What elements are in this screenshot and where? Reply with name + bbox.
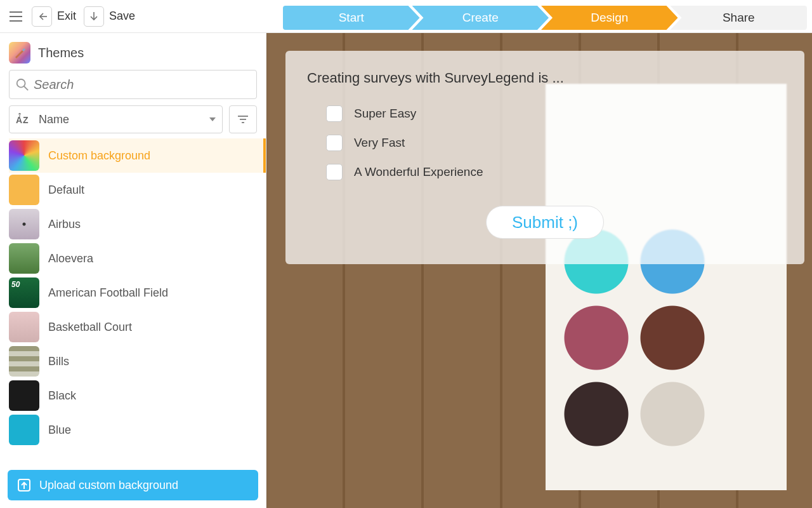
theme-item[interactable]: Basketball Court [9, 310, 257, 344]
step-share[interactable]: Share [671, 6, 808, 30]
step-create[interactable]: Create [412, 6, 549, 30]
upload-label: Upload custom background [39, 479, 178, 492]
theme-thumbnail [9, 380, 39, 411]
svg-text:Z: Z [23, 115, 29, 125]
option-label: Super Easy [354, 107, 416, 121]
survey-option[interactable]: Super Easy [307, 99, 783, 128]
exit-icon [32, 6, 52, 27]
step-design[interactable]: Design [541, 6, 678, 30]
filter-button[interactable] [229, 105, 257, 133]
svg-line-6 [24, 86, 28, 90]
chevron-down-icon [209, 117, 216, 121]
survey-option[interactable]: A Wonderful Experience [307, 157, 783, 187]
theme-item[interactable]: Blue [9, 413, 257, 447]
exit-button[interactable]: Exit [32, 6, 76, 27]
theme-thumbnail [9, 140, 39, 171]
checkbox[interactable] [326, 105, 343, 122]
theme-label: American Football Field [48, 286, 168, 300]
checkbox[interactable] [326, 135, 343, 151]
theme-label: Basketball Court [48, 321, 132, 334]
theme-thumbnail [9, 415, 39, 445]
theme-item[interactable]: American Football Field [9, 276, 257, 310]
submit-button[interactable]: Submit ;) [486, 206, 604, 239]
theme-thumbnail [9, 346, 39, 377]
theme-item[interactable]: Default [9, 173, 257, 207]
menu-button[interactable] [8, 8, 24, 25]
theme-item[interactable]: Black [9, 378, 257, 413]
save-button[interactable]: Save [84, 6, 135, 27]
search-icon [15, 76, 30, 93]
exit-label: Exit [57, 10, 76, 23]
theme-thumbnail [9, 209, 39, 239]
step-start[interactable]: Start [283, 6, 420, 30]
theme-label: Black [48, 389, 76, 403]
theme-label: Bills [48, 355, 69, 368]
upload-background-button[interactable]: Upload custom background [8, 470, 258, 500]
theme-item[interactable]: Airbus [9, 207, 257, 241]
theme-thumbnail [9, 312, 39, 342]
theme-label: Airbus [48, 218, 81, 231]
survey-option[interactable]: Very Fast [307, 128, 783, 157]
theme-label: Default [48, 184, 84, 197]
filter-icon [237, 114, 249, 124]
theme-item[interactable]: Bills [9, 344, 257, 378]
preview-canvas: Creating surveys with SurveyLegend is ..… [266, 33, 812, 508]
theme-item[interactable]: Custom background [9, 138, 266, 173]
theme-thumbnail [9, 277, 39, 308]
svg-point-5 [17, 79, 25, 88]
sort-select[interactable]: AZ Name [9, 105, 223, 133]
themes-title: Themes [38, 46, 84, 60]
survey-question: Creating surveys with SurveyLegend is ..… [307, 70, 783, 86]
upload-icon [16, 478, 32, 493]
progress-steps: StartCreateDesignShare [266, 0, 812, 32]
option-label: A Wonderful Experience [354, 165, 483, 179]
theme-label: Aloevera [48, 252, 93, 265]
theme-thumbnail [9, 243, 39, 274]
search-input[interactable] [34, 77, 251, 92]
save-label: Save [109, 10, 135, 23]
themes-icon [9, 42, 30, 64]
az-icon: AZ [16, 113, 32, 126]
svg-text:A: A [16, 115, 22, 125]
theme-label: Custom background [48, 149, 150, 163]
theme-thumbnail [9, 175, 39, 205]
sort-label: Name [39, 113, 69, 126]
search-input-wrap[interactable] [9, 70, 257, 99]
themes-sidebar: Themes AZ Name Custom backgroun [0, 33, 266, 508]
save-icon [84, 6, 104, 27]
theme-label: Blue [48, 424, 71, 437]
option-label: Very Fast [354, 136, 405, 150]
survey-card: Creating surveys with SurveyLegend is ..… [285, 51, 804, 264]
theme-item[interactable]: Aloevera [9, 241, 257, 276]
checkbox[interactable] [326, 164, 343, 180]
